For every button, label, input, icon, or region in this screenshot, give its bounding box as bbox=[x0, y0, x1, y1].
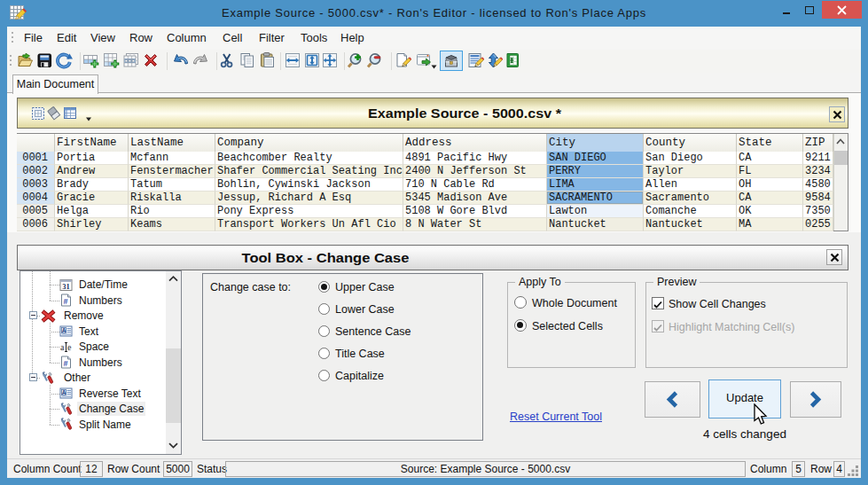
svg-text:a: a bbox=[60, 342, 65, 352]
svg-text:A: A bbox=[62, 389, 66, 395]
svg-text:#: # bbox=[63, 359, 67, 368]
svg-text:31: 31 bbox=[62, 281, 70, 290]
svg-text:#: # bbox=[63, 297, 67, 306]
svg-text:A: A bbox=[62, 327, 66, 333]
svg-text:e: e bbox=[67, 342, 72, 352]
